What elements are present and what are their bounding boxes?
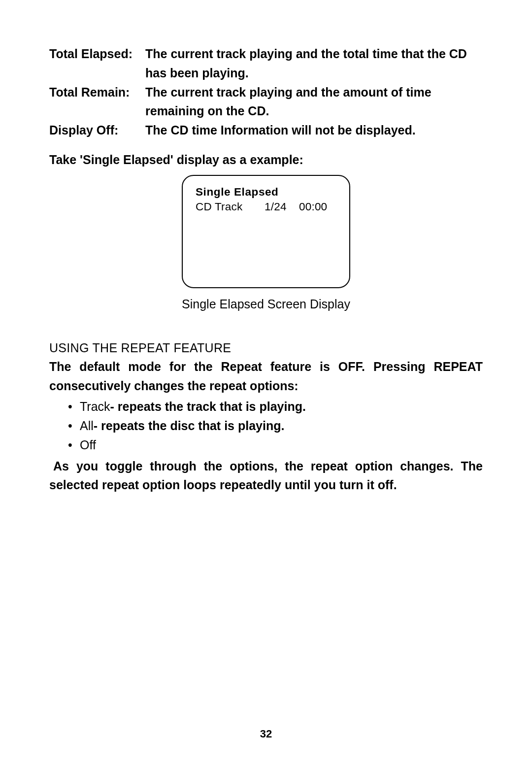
bullet-off: Off: [68, 435, 483, 455]
display-box: Single Elapsed CD Track1/2400:00: [182, 175, 350, 288]
display-line2: CD Track1/2400:00: [196, 201, 336, 213]
paragraph-repeat-intro: The default mode for the Repeat feature …: [49, 357, 483, 396]
bullet-prefix: All: [80, 419, 94, 433]
display-track-number: 1/24: [265, 201, 299, 213]
paragraph-repeat-toggle: As you toggle through the options, the r…: [49, 457, 483, 495]
definition-total-remain: Total Remain: The current track playing …: [49, 83, 483, 121]
definition-term: Total Remain:: [49, 83, 145, 121]
example-intro: Take 'Single Elapsed' display as a examp…: [49, 153, 483, 167]
bullet-rest: - repeats the disc that is playing.: [94, 419, 285, 433]
definition-desc: The current track playing and the total …: [145, 44, 483, 83]
definition-total-elapsed: Total Elapsed: The current track playing…: [49, 44, 483, 83]
display-time: 00:00: [299, 201, 327, 213]
definition-term: Total Elapsed:: [49, 44, 145, 83]
definition-term: Display Off:: [49, 121, 145, 140]
bullet-all: All- repeats the disc that is playing.: [68, 416, 483, 435]
definition-list: Total Elapsed: The current track playing…: [49, 44, 483, 140]
display-track-label: CD Track: [196, 201, 265, 213]
section-title-repeat: USING THE REPEAT FEATURE: [49, 341, 483, 355]
bullet-track: Track- repeats the track that is playing…: [68, 397, 483, 416]
page-number: 32: [0, 728, 532, 740]
bullet-prefix: Track: [80, 400, 110, 413]
definition-display-off: Display Off: The CD time Information wil…: [49, 121, 483, 140]
definition-desc: The CD time Information will not be disp…: [145, 121, 483, 140]
display-caption: Single Elapsed Screen Display: [49, 297, 483, 311]
display-line1: Single Elapsed: [196, 186, 336, 199]
bullet-list: Track- repeats the track that is playing…: [68, 397, 483, 454]
bullet-rest: - repeats the track that is playing.: [110, 400, 306, 413]
definition-desc: The current track playing and the amount…: [145, 83, 483, 121]
